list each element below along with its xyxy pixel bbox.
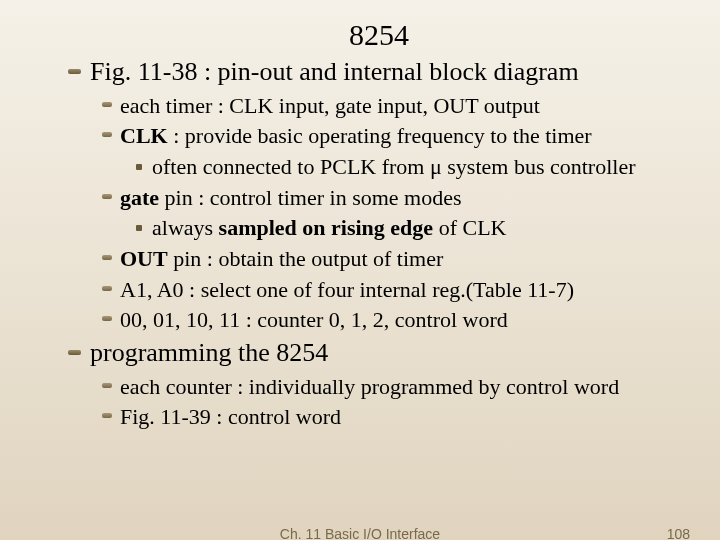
bullet-level-2: OUT pin : obtain the output of timer xyxy=(102,244,690,274)
bullet-level-3: always sampled on rising edge of CLK xyxy=(136,213,690,243)
text-run: of CLK xyxy=(433,215,506,240)
text-run: A1, A0 : select one of four internal reg… xyxy=(120,277,574,302)
text-run: gate xyxy=(120,185,159,210)
bullet-level-2: CLK : provide basic operating frequency … xyxy=(102,121,690,151)
footer-chapter: Ch. 11 Basic I/O Interface xyxy=(280,526,440,540)
slide-title: 8254 xyxy=(68,18,690,52)
text-run: pin : obtain the output of timer xyxy=(168,246,444,271)
text-run: : provide basic operating frequency to t… xyxy=(168,123,592,148)
text-run: Fig. 11-38 : pin-out and internal block … xyxy=(90,57,579,86)
text-run: often connected to PCLK from μ system bu… xyxy=(152,154,635,179)
bullet-level-1: programming the 8254 xyxy=(68,337,690,370)
bullet-level-3: often connected to PCLK from μ system bu… xyxy=(136,152,690,182)
bullet-level-2: each counter : individually programmed b… xyxy=(102,372,690,402)
text-run: each counter : individually programmed b… xyxy=(120,374,619,399)
footer-page-number: 108 xyxy=(667,526,690,540)
text-run: programming the 8254 xyxy=(90,338,328,367)
bullet-level-2: Fig. 11-39 : control word xyxy=(102,402,690,432)
text-run: Fig. 11-39 : control word xyxy=(120,404,341,429)
text-run: OUT xyxy=(120,246,168,271)
text-run: pin : control timer in some modes xyxy=(159,185,461,210)
text-run: 00, 01, 10, 11 : counter 0, 1, 2, contro… xyxy=(120,307,508,332)
bullet-level-2: each timer : CLK input, gate input, OUT … xyxy=(102,91,690,121)
text-run: CLK xyxy=(120,123,168,148)
bullet-level-1: Fig. 11-38 : pin-out and internal block … xyxy=(68,56,690,89)
bullet-level-2: 00, 01, 10, 11 : counter 0, 1, 2, contro… xyxy=(102,305,690,335)
bullet-level-2: gate pin : control timer in some modes xyxy=(102,183,690,213)
text-run: sampled on rising edge xyxy=(219,215,434,240)
bullet-list: Fig. 11-38 : pin-out and internal block … xyxy=(68,56,690,432)
text-run: each timer : CLK input, gate input, OUT … xyxy=(120,93,540,118)
bullet-level-2: A1, A0 : select one of four internal reg… xyxy=(102,275,690,305)
text-run: always xyxy=(152,215,219,240)
slide-body: 8254 Fig. 11-38 : pin-out and internal b… xyxy=(0,0,720,432)
